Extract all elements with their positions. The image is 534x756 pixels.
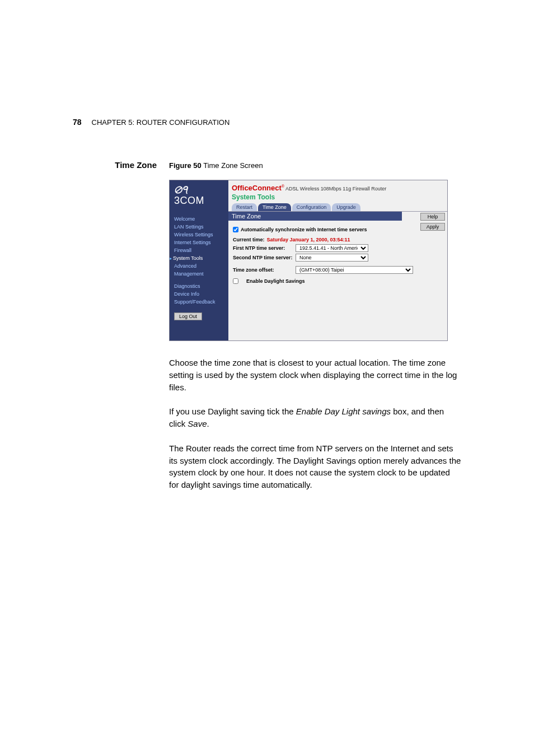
tz-offset-label: Time zone offset: [233,267,293,273]
sidebar-item-management[interactable]: Management [174,270,228,278]
body-paragraph-3: The Router reads the correct time from N… [169,442,461,491]
tz-offset-select[interactable]: (GMT+08:00) Taipei [296,266,413,274]
sidebar: Welcome LAN Settings Wireless Settings I… [170,212,228,340]
title-area: OfficeConnect® ADSL Wireless 108Mbps 11g… [228,180,447,212]
logout-area: Log Out [174,310,228,320]
tab-bar: Restart Time Zone Configuration Upgrade [232,203,447,211]
daylight-row: Enable Daylight Savings [233,278,443,284]
panel-body: Automatically synchronize with Internet … [228,221,447,288]
first-ntp-select[interactable]: 192.5.41.41 - North America [296,244,368,252]
auto-sync-label: Automatically synchronize with Internet … [241,227,367,232]
figure-caption: Figure 50 Time Zone Screen [169,161,263,170]
sidebar-item-system-tools[interactable]: System Tools [174,254,228,262]
daylight-label: Enable Daylight Savings [246,278,305,284]
logout-button[interactable]: Log Out [174,312,202,320]
sidebar-item-welcome[interactable]: Welcome [174,215,228,223]
screenshot-figure: ⊘੧ 3COM OfficeConnect® ADSL Wireless 108… [169,180,461,341]
tz-offset-row: Time zone offset: (GMT+08:00) Taipei [233,266,443,274]
page-number: 78 [73,118,82,127]
page-title: System Tools [232,193,447,201]
logo-text: 3COM [174,195,228,207]
current-time-label: Current time: [233,237,265,242]
tab-time-zone[interactable]: Time Zone [258,203,291,211]
help-button[interactable]: Help [420,213,445,221]
product-brand: OfficeConnect® ADSL Wireless 108Mbps 11g… [232,184,447,192]
second-ntp-row: Second NTP time server: None [233,254,443,262]
sidebar-item-internet[interactable]: Internet Settings [174,239,228,246]
brand-logo-area: ⊘੧ 3COM [170,180,228,212]
body-paragraph-2: If you use Daylight saving tick the Enab… [169,405,461,430]
section-label: Time Zone [73,160,157,170]
page-header: 78 CHAPTER 5: ROUTER CONFIGURATION [73,118,461,127]
apply-button[interactable]: Apply [420,223,445,231]
sidebar-item-advanced[interactable]: Advanced [174,262,228,270]
sidebar-item-device-info[interactable]: Device Info [174,290,228,298]
section-heading-row: Time Zone Figure 50 Time Zone Screen [73,160,461,170]
screenshot-body: Welcome LAN Settings Wireless Settings I… [170,212,447,340]
second-ntp-label: Second NTP time server: [233,255,293,260]
first-ntp-row: First NTP time server: 192.5.41.41 - Nor… [233,244,443,252]
body-paragraph-1: Choose the time zone that is closest to … [169,357,461,393]
action-buttons: Help Apply [420,213,445,231]
panel-title: Time Zone [228,212,402,221]
chapter-title: CHAPTER 5: ROUTER CONFIGURATION [92,118,230,127]
first-ntp-label: First NTP time server: [233,245,293,251]
current-time-value: Saturday January 1, 2000, 03:54:11 [267,237,350,242]
second-ntp-select[interactable]: None [296,254,368,262]
tab-configuration[interactable]: Configuration [292,203,331,211]
tab-restart[interactable]: Restart [232,203,257,211]
auto-sync-row: Automatically synchronize with Internet … [233,227,443,232]
tab-upgrade[interactable]: Upgrade [332,203,360,211]
sidebar-item-diagnostics[interactable]: Diagnostics [174,282,228,290]
logo-icon: ⊘੧ [174,185,228,195]
screenshot-header: ⊘੧ 3COM OfficeConnect® ADSL Wireless 108… [170,180,447,212]
sidebar-item-lan[interactable]: LAN Settings [174,223,228,231]
main-panel: Time Zone Help Apply Automatically synch… [228,212,447,340]
auto-sync-checkbox[interactable] [233,227,238,232]
current-time-row: Current time: Saturday January 1, 2000, … [233,237,443,242]
sidebar-item-firewall[interactable]: Firewall [174,246,228,254]
router-admin-screenshot: ⊘੧ 3COM OfficeConnect® ADSL Wireless 108… [169,180,448,341]
sidebar-item-wireless[interactable]: Wireless Settings [174,231,228,239]
sidebar-item-support[interactable]: Support/Feedback [174,298,228,306]
daylight-checkbox[interactable] [233,278,238,284]
